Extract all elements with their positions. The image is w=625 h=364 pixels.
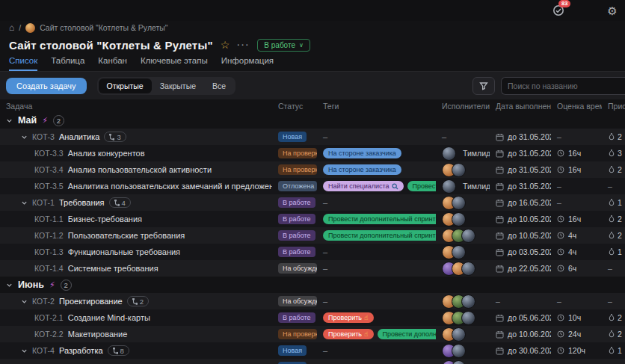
status-badge[interactable]: Новая [278,345,307,356]
avatar[interactable] [461,294,475,309]
status-badge[interactable]: На обсуждении [278,263,317,274]
col-tags[interactable]: Теги [317,102,436,111]
tab-список[interactable]: Список [9,56,37,71]
avatar[interactable] [452,163,466,177]
tasks-check-icon[interactable]: 83 [552,4,565,17]
col-due-date[interactable]: Дата выполнения [490,102,551,111]
avatar[interactable] [452,360,466,364]
tag-pill[interactable]: Провести дополнительный спринт [323,214,436,224]
tag-pill[interactable]: На стороне заказчика [323,148,401,158]
tag-pill[interactable]: На стороне заказчика [323,164,401,175]
estimate-cell: 4ч [551,247,602,256]
task-row[interactable]: КОТ-2 Проектирование 2 На обсуждении – –… [0,293,625,309]
tag-pill[interactable]: Провести дополнительный спринт [407,181,436,191]
tab-канбан[interactable]: Канбан [98,56,127,71]
task-row[interactable]: КОТ-1.1 Бизнес-требования В работе Прове… [0,211,625,227]
avatar[interactable] [452,327,466,342]
task-row[interactable]: КОТ-1.4 Системные требования На обсужден… [0,260,625,277]
status-badge[interactable]: На обсуждении [278,296,317,306]
avatar[interactable] [452,344,466,358]
project-status-dropdown[interactable]: В работе ∨ [257,39,310,52]
settings-gear-icon[interactable]: ⚙ [606,4,619,17]
task-name[interactable]: Макетирование [68,330,128,339]
col-estimate[interactable]: Оценка времени [551,102,602,111]
status-badge[interactable]: В работе [278,230,315,241]
tab-таблица[interactable]: Таблица [51,56,84,71]
calendar-icon [496,265,504,273]
task-name[interactable]: Пользовательские требования [68,231,185,240]
group-row[interactable]: Май ⚡ 2 [0,112,625,129]
filter-button[interactable] [472,77,495,95]
favorite-star-icon[interactable]: ☆ [221,39,230,51]
task-cell: КОТ-1.4 Системные требования [0,264,272,273]
task-name[interactable]: Создание Mind-карты [68,313,150,322]
status-badge[interactable]: В работе [278,197,315,208]
priority-value: 1 [618,247,622,256]
task-id: КОТ-3 [32,132,55,141]
task-row[interactable]: КОТ-2.2 Макетирование На проверке Провер… [0,326,625,342]
status-badge[interactable]: В работе [278,312,315,323]
avatar[interactable] [461,262,475,276]
clock-icon [557,166,564,173]
task-row[interactable]: Новая – – – – [0,359,625,364]
status-badge[interactable]: В работе [278,247,315,257]
task-name[interactable]: Разработка [59,346,103,355]
more-menu-icon[interactable]: ··· [237,40,250,49]
avatar[interactable] [461,229,475,243]
task-name[interactable]: Проектирование [59,297,123,306]
col-task[interactable]: Задача [0,102,272,111]
avatar[interactable] [452,245,466,259]
avatar[interactable] [461,311,475,325]
filter-segment[interactable]: Все [204,78,234,93]
status-badge[interactable]: Отложена [278,181,317,191]
task-name[interactable]: Анализ пользовательской активности [68,165,212,174]
status-badge[interactable]: На проверке [278,148,317,158]
tab-ключевые-этапы[interactable]: Ключевые этапы [141,56,208,71]
task-row[interactable]: КОТ-3.5 Аналитика пользовательских замеч… [0,178,625,194]
tag-pill[interactable]: Найти специалиста [323,181,404,191]
search-input[interactable] [501,77,625,95]
create-task-button[interactable]: Создать задачу [6,78,87,94]
tag-pill[interactable]: Провести дополнительный спринт [323,230,436,241]
task-row[interactable]: КОТ-1.3 Функциональные требования В рабо… [0,244,625,260]
col-priority[interactable]: Приоритет [602,102,625,111]
task-row[interactable]: КОТ-1 Требования 4 В работе – до 16.05.2… [0,194,625,211]
group-row[interactable]: Июнь ⚡ 2 [0,277,625,293]
task-name[interactable]: Системные требования [68,264,158,273]
page-header: Сайт столовой "Котлеты & Рулеты" ☆ ··· В… [0,34,625,55]
task-row[interactable]: КОТ-3.3 Анализ конкурентов На проверке Н… [0,145,625,161]
task-row[interactable]: КОТ-1.2 Пользовательские требования В ра… [0,227,625,244]
avatar[interactable] [442,146,456,161]
apps-grid-icon[interactable] [579,4,592,17]
calendar-icon [496,166,504,174]
status-badge[interactable]: На проверке [278,329,317,339]
breadcrumb-project[interactable]: Сайт столовой "Котлеты & Рулеты" [40,23,167,32]
tag-pill[interactable]: Проверить☝ [323,329,374,339]
task-row[interactable]: КОТ-4 Разработка 8 Новая – до 30.06.2024… [0,342,625,359]
tab-информация[interactable]: Информация [221,56,274,71]
filter-segment[interactable]: Открытые [99,78,152,93]
home-icon[interactable]: ⌂ [9,22,14,33]
task-row[interactable]: КОТ-3 Аналитика 3 Новая – – до 31.05.202… [0,129,625,145]
avatar[interactable] [442,179,456,194]
tag-pill[interactable]: Проверить☝ [323,312,374,323]
task-name[interactable]: Требования [59,198,105,207]
task-name[interactable]: Аналитика [59,132,99,141]
col-status[interactable]: Статус [272,102,317,111]
task-name[interactable]: Анализ конкурентов [68,149,145,158]
assignees-cell [436,262,490,276]
avatar[interactable] [452,196,466,210]
avatar[interactable] [452,212,466,226]
priority-value: 2 [618,132,622,141]
task-name[interactable]: Аналитика пользовательских замечаний и п… [68,182,272,191]
tag-pill[interactable]: Провести дополнительный спринт [378,329,437,339]
filter-segment[interactable]: Закрытые [152,78,204,93]
status-badge[interactable]: На проверке [278,164,317,175]
task-row[interactable]: КОТ-2.1 Создание Mind-карты В работе Про… [0,309,625,326]
col-assignees[interactable]: Исполнители [436,102,490,111]
status-badge[interactable]: Новая [278,132,307,142]
task-name[interactable]: Бизнес-требования [68,215,142,223]
status-badge[interactable]: В работе [278,214,315,224]
task-row[interactable]: КОТ-3.4 Анализ пользовательской активнос… [0,161,625,178]
task-name[interactable]: Функциональные требования [68,247,180,256]
